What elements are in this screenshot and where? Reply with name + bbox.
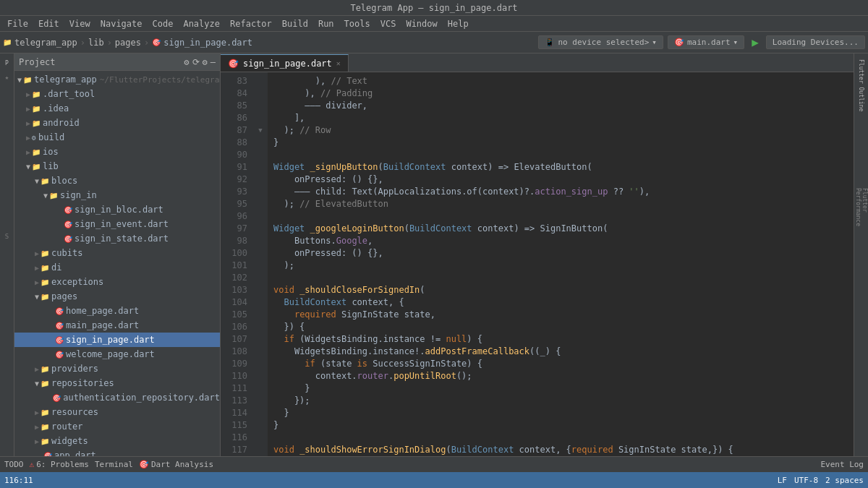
menu-vcs[interactable]: VCS (376, 17, 401, 30)
build-folder-icon: ⚙ (32, 134, 36, 142)
menu-analyze[interactable]: Analyze (179, 17, 224, 30)
minimize-icon[interactable]: — (210, 57, 216, 67)
menu-navigate[interactable]: Navigate (96, 17, 147, 30)
tree-repositories[interactable]: ▼ 📁 repositories (14, 376, 220, 390)
fold-marker[interactable] (253, 333, 268, 346)
tree-sign-in-event[interactable]: 🎯 sign_in_event.dart (14, 217, 220, 231)
tree-home-page[interactable]: 🎯 home_page.dart (14, 304, 220, 318)
run-config-selector[interactable]: 🎯 main.dart ▾ (668, 35, 744, 49)
fold-marker[interactable] (253, 296, 268, 309)
tree-dart-tool[interactable]: ▶ 📁 .dart_tool (14, 87, 220, 101)
gear-icon[interactable]: ⚙ (203, 57, 208, 67)
fold-marker[interactable] (253, 161, 268, 174)
fold-marker[interactable] (253, 260, 268, 272)
run-button[interactable]: ▶ (749, 35, 762, 49)
tree-build[interactable]: ▶ ⚙ build (14, 130, 220, 145)
active-tab[interactable]: 🎯 sign_in_page.dart ✕ (221, 54, 349, 72)
todo-panel[interactable]: TODO (4, 460, 24, 469)
fold-marker[interactable] (253, 198, 268, 210)
menu-build[interactable]: Build (278, 17, 312, 30)
encoding[interactable]: UTF-8 (794, 476, 818, 485)
tree-exceptions[interactable]: ▶ 📁 exceptions (14, 275, 220, 289)
fold-marker[interactable] (253, 358, 268, 370)
structure-icon[interactable]: S (1, 230, 14, 243)
menu-help[interactable]: Help (443, 17, 473, 30)
menu-run[interactable]: Run (314, 17, 339, 30)
menu-window[interactable]: Window (401, 17, 441, 30)
menu-edit[interactable]: Edit (34, 17, 64, 30)
fold-marker[interactable] (253, 370, 268, 382)
tree-label: router (51, 421, 82, 432)
menu-view[interactable]: View (65, 17, 95, 30)
fold-marker[interactable] (253, 100, 268, 112)
fold-marker[interactable] (253, 210, 268, 223)
code-line-111: } (273, 419, 848, 432)
tree-sign-in-state[interactable]: 🎯 sign_in_state.dart (14, 231, 220, 246)
favorites-icon[interactable]: ★ (1, 71, 14, 84)
tree-blocs[interactable]: ▼ 📁 blocs (14, 174, 220, 188)
tree-welcome-page[interactable]: 🎯 welcome_page.dart (14, 347, 220, 361)
tree-sign-in-page[interactable]: 🎯 sign_in_page.dart (14, 333, 220, 347)
tree-android[interactable]: ▶ 📁 android (14, 116, 220, 130)
tree-ios[interactable]: ▶ 📁 ios (14, 145, 220, 159)
menu-refactor[interactable]: Refactor (226, 17, 276, 30)
fold-marker[interactable] (253, 186, 268, 198)
fold-marker[interactable] (253, 112, 268, 124)
fold-marker[interactable] (253, 272, 268, 284)
fold-marker[interactable]: ▼ (253, 124, 268, 137)
tree-widgets[interactable]: ▶ 📁 widgets (14, 434, 220, 448)
project-tree: ▼ 📁 telegram_app ~/FlutterProjects/teleg… (14, 71, 220, 456)
tree-auth-repo[interactable]: 🎯 authentication_repository.dart (14, 390, 220, 405)
tab-close-button[interactable]: ✕ (336, 59, 341, 67)
device-selector[interactable]: 📱 no device selected> ▾ (538, 35, 663, 49)
fold-marker[interactable] (253, 284, 268, 296)
settings-icon[interactable]: ⚙ (184, 57, 189, 67)
folder-icon: 📁 (23, 76, 32, 84)
tree-router[interactable]: ▶ 📁 router (14, 419, 220, 434)
problems-panel[interactable]: ⚠ 6: Problems (30, 460, 89, 469)
terminal-panel[interactable]: Terminal (95, 460, 133, 469)
todo-label: TODO (4, 460, 24, 469)
dart-analysis-panel[interactable]: 🎯 Dart Analysis (139, 460, 213, 469)
tree-sign-in-bloc[interactable]: 🎯 sign_in_bloc.dart (14, 202, 220, 217)
fold-marker[interactable] (253, 174, 268, 186)
indent[interactable]: 2 spaces (825, 476, 864, 485)
fold-marker[interactable] (253, 75, 268, 87)
fold-marker[interactable] (253, 223, 268, 235)
chevron-icon: ▼ (35, 177, 39, 185)
fold-marker[interactable] (253, 87, 268, 100)
tree-idea[interactable]: ▶ 📁 .idea (14, 101, 220, 116)
editor-content: 83 84 85 86 87 88 90 91 92 93 95 96 97 9… (221, 72, 854, 456)
tree-label: widgets (51, 436, 88, 446)
tree-resources[interactable]: ▶ 📁 resources (14, 405, 220, 419)
project-sidebar-icon[interactable]: P (1, 56, 14, 69)
menu-file[interactable]: File (3, 17, 33, 30)
sync-icon[interactable]: ⟳ (192, 57, 200, 67)
tree-di[interactable]: ▶ 📁 di (14, 260, 220, 275)
event-log-label[interactable]: Event Log (820, 460, 864, 469)
chevron-icon: ▶ (35, 365, 39, 373)
project-panel-header: Project ⚙ ⟳ ⚙ — (14, 53, 220, 71)
flutter-outline-icon[interactable]: Flutter Outline (855, 56, 868, 114)
fold-marker[interactable] (253, 137, 268, 149)
tree-lib[interactable]: ▼ 📁 lib (14, 159, 220, 174)
tree-providers[interactable]: ▶ 📁 providers (14, 361, 220, 376)
tree-root[interactable]: ▼ 📁 telegram_app ~/FlutterProjects/teleg… (14, 72, 220, 87)
line-ending[interactable]: LF (778, 476, 787, 485)
fold-marker[interactable] (253, 321, 268, 333)
fold-marker[interactable] (253, 247, 268, 260)
fold-marker[interactable] (253, 235, 268, 247)
menu-code[interactable]: Code (148, 17, 178, 30)
fold-marker[interactable] (253, 309, 268, 321)
tree-sign-in[interactable]: ▼ 📁 sign_in (14, 188, 220, 202)
tree-app-dart[interactable]: 🎯 app.dart (14, 448, 220, 456)
tree-main-page[interactable]: 🎯 main_page.dart (14, 318, 220, 333)
fold-marker[interactable] (253, 346, 268, 358)
code-editor[interactable]: ), // Text ), // Padding ——— divider, ],… (268, 72, 854, 456)
menu-tools[interactable]: Tools (340, 17, 375, 30)
flutter-performance-icon[interactable]: Flutter Performance (855, 188, 868, 253)
tree-pages[interactable]: ▼ 📁 pages (14, 289, 220, 304)
project-title: Project (19, 57, 56, 67)
tree-cubits[interactable]: ▶ 📁 cubits (14, 246, 220, 260)
fold-marker[interactable] (253, 149, 268, 161)
